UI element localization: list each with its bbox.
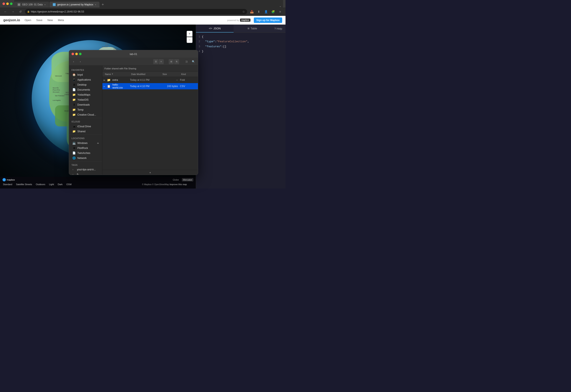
- sidebar-item-twinarches[interactable]: 📄 TwinArches: [70, 151, 101, 155]
- address-bar[interactable]: 🔒 https://geojson.io/#new&map=2.18/40.52…: [25, 9, 247, 14]
- style-dark-btn[interactable]: Dark: [57, 183, 64, 186]
- zoom-out-button[interactable]: −: [187, 37, 193, 43]
- browser-titlebar: G GEO 109: 01 Data × ⬡ geojson.io | powe…: [0, 0, 286, 8]
- file-date-csv: Today at 4:10 PM: [130, 85, 161, 88]
- sidebar-item-yodasmaps[interactable]: 📁 YodasMaps: [70, 92, 101, 97]
- sidebar-item-yodasgis[interactable]: 📁 YodasGIS: [70, 97, 101, 102]
- tab-table[interactable]: ⊞ Table: [234, 25, 271, 32]
- finder-forward-btn[interactable]: ›: [78, 59, 83, 64]
- sidebar-item-desktop[interactable]: 🖥 Desktop: [70, 82, 101, 87]
- tag2-circle-icon: ○: [72, 173, 75, 175]
- minimize-button[interactable]: [6, 2, 9, 5]
- sidebar-label-temp: Temp: [77, 108, 83, 111]
- sidebar-item-pilotrock[interactable]: 🖥 PilotRock: [70, 146, 101, 150]
- sidebar-item-network[interactable]: 🌐 Network: [70, 155, 101, 160]
- view-mercator-btn[interactable]: Mercator: [182, 178, 193, 182]
- help-button[interactable]: ? Help: [271, 25, 286, 32]
- map-footer-styles: Standard Satellite Streets Outdoors Ligh…: [0, 183, 196, 187]
- col-header-name[interactable]: Name ▼: [104, 73, 130, 75]
- right-panel: </> JSON ⊞ Table ? Help 1 { 2 "type" :: [196, 25, 286, 188]
- finder-close[interactable]: [72, 53, 74, 55]
- json-editor[interactable]: 1 { 2 "type" : "FeatureCollection" , 3 "…: [196, 33, 286, 188]
- sidebar-label-yodasgis: YodasGIS: [77, 98, 89, 101]
- pocket-icon[interactable]: 📥: [249, 9, 255, 14]
- tab-close-geojson[interactable]: ×: [95, 3, 96, 6]
- sidebar-label-downloads: Downloads: [77, 103, 90, 106]
- mapbox-footer-logo: ⬡ mapbox: [2, 178, 15, 182]
- bookmark-icon[interactable]: ☆: [242, 10, 245, 13]
- extensions-icon[interactable]: 🧩: [270, 9, 276, 14]
- finder-expand-arrow[interactable]: ▲: [149, 171, 151, 173]
- geojson-logo: geojson.io: [3, 18, 20, 22]
- browser-chrome: G GEO 109: 01 Data × ⬡ geojson.io | powe…: [0, 0, 286, 16]
- zoom-in-button[interactable]: +: [187, 31, 193, 37]
- sidebar-label-desktop: Desktop: [77, 83, 87, 86]
- profile-icon[interactable]: 👤: [263, 9, 269, 14]
- nav-save[interactable]: Save: [35, 18, 44, 23]
- tab-chevron[interactable]: ⌄: [278, 5, 283, 8]
- finder-main: Folder shared with File Sharing Name ▼ D…: [102, 66, 198, 175]
- sidebar-item-boyd[interactable]: 🏠 boyd: [70, 72, 101, 77]
- file-row-extra[interactable]: ▶ 📁 extra Today at 4:11 PM -- Fold: [102, 77, 198, 83]
- sidebar-item-windows[interactable]: 💻 Windows ⏏: [70, 140, 101, 145]
- nav-open[interactable]: Open: [23, 18, 32, 23]
- finder-search-icon[interactable]: 🔍: [191, 59, 196, 64]
- finder-back-btn[interactable]: ‹: [71, 59, 76, 64]
- finder-expand-btn[interactable]: ⟩⟩: [184, 59, 189, 64]
- toolbar-actions: 📥 ⬇ 👤 🧩 ≡: [249, 9, 283, 14]
- style-standard-btn[interactable]: Standard: [2, 183, 14, 186]
- maximize-button[interactable]: [10, 2, 13, 5]
- signup-button[interactable]: Sign up for Mapbox: [254, 17, 282, 23]
- finder-view-options[interactable]: ≡: [159, 59, 164, 64]
- sidebar-item-downloads[interactable]: ⬇ Downloads: [70, 102, 101, 107]
- menu-icon[interactable]: ≡: [277, 9, 283, 14]
- traffic-lights: [2, 2, 13, 5]
- download-icon[interactable]: ⬇: [256, 9, 262, 14]
- view-globe-btn[interactable]: Globe: [171, 178, 180, 182]
- sidebar-item-tag2[interactable]: ○ b: [70, 172, 101, 175]
- finder-list-view[interactable]: ☰: [153, 59, 158, 64]
- json-line-1: 1 {: [198, 34, 283, 39]
- finder-maximize[interactable]: [79, 53, 82, 55]
- sidebar-item-temp[interactable]: 📁 Temp: [70, 107, 101, 112]
- shared-icon: 📁: [72, 130, 76, 133]
- json-comma-1: ,: [248, 39, 249, 44]
- improve-map-link[interactable]: Improve this map: [169, 183, 187, 186]
- nav-meta[interactable]: Meta: [57, 18, 65, 23]
- eject-windows-btn[interactable]: ⏏: [97, 142, 99, 144]
- sidebar-item-applications[interactable]: 📱 Applications: [70, 77, 101, 82]
- style-osm-btn[interactable]: OSM: [65, 183, 73, 186]
- finder-sort-options[interactable]: ⇅: [174, 59, 179, 64]
- sidebar-item-tag1[interactable]: ○ yout-tips-and-tr...: [70, 167, 101, 172]
- col-header-date[interactable]: Date Modified: [130, 73, 161, 75]
- col-header-kind[interactable]: Kind: [180, 73, 197, 75]
- back-button[interactable]: ←: [2, 9, 8, 14]
- finder-minimize[interactable]: [75, 53, 78, 55]
- forward-button[interactable]: →: [10, 9, 16, 14]
- column-headers: Name ▼ Date Modified Size Kind: [102, 71, 198, 77]
- tab-geojson[interactable]: ⬡ geojson.io | powered by Mapbox ×: [49, 2, 100, 8]
- tab-close-geo[interactable]: ×: [45, 3, 46, 6]
- style-outdoors-btn[interactable]: Outdoors: [35, 183, 46, 186]
- sidebar-label-windows: Windows: [77, 142, 88, 145]
- tab-geo109[interactable]: G GEO 109: 01 Data ×: [14, 2, 49, 8]
- sidebar-item-documents[interactable]: 📄 Documents: [70, 87, 101, 92]
- sidebar-item-icloud-drive[interactable]: ☁ iCloud Drive: [70, 124, 101, 129]
- map-footer-views: ⬡ mapbox Globe Mercator: [0, 177, 196, 183]
- style-satellite-btn[interactable]: Satellite Streets: [15, 183, 33, 186]
- json-tab-label: JSON: [213, 27, 221, 30]
- sidebar-item-creative-cloud[interactable]: 📁 Creative Cloud...: [70, 112, 101, 117]
- nav-new[interactable]: New: [46, 18, 54, 23]
- windows-icon: 💻: [72, 141, 76, 145]
- sidebar-item-shared[interactable]: 📁 Shared: [70, 129, 101, 134]
- file-size-extra: --: [161, 79, 180, 82]
- tab-json[interactable]: </> JSON: [196, 25, 234, 32]
- close-button[interactable]: [2, 2, 5, 5]
- file-row-hello-world[interactable]: ▶ 📋 hello-world.csv Today at 4:10 PM 243…: [102, 83, 198, 89]
- add-tab-button[interactable]: +: [100, 2, 106, 8]
- finder-columns-view[interactable]: ⊞: [169, 59, 174, 64]
- reload-button[interactable]: ↺: [17, 9, 23, 14]
- style-light-btn[interactable]: Light: [48, 183, 55, 186]
- tags-section-label: Tags: [69, 162, 102, 167]
- col-header-size[interactable]: Size: [161, 73, 180, 75]
